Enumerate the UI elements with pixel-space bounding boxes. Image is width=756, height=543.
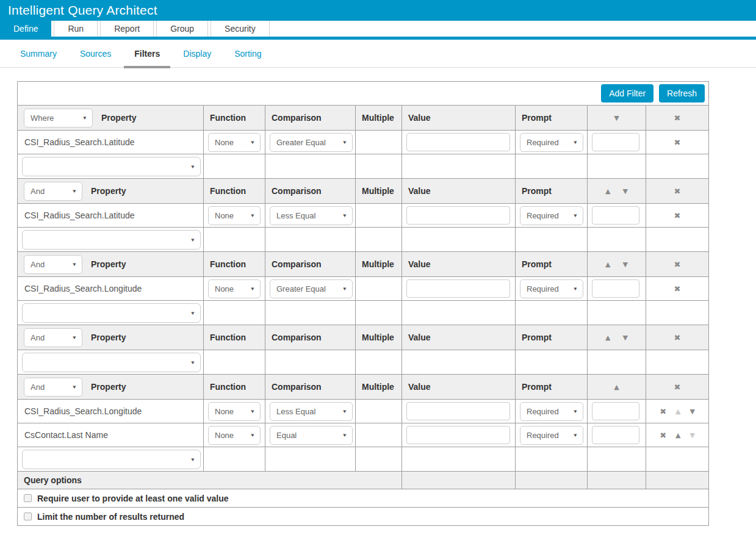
prompt-value-input[interactable] — [592, 206, 639, 225]
move-up-icon[interactable]: ▲ — [605, 188, 610, 195]
remove-icon[interactable]: ✖ — [674, 285, 681, 293]
move-down-icon[interactable]: ▼ — [614, 115, 619, 121]
prompt-select[interactable]: Required — [520, 426, 583, 445]
move-up-icon[interactable]: ▲ — [605, 334, 610, 341]
subnav-item-sorting[interactable]: Sorting — [234, 40, 261, 67]
prompt-column-label: Prompt — [516, 252, 588, 277]
connector-select[interactable]: And — [24, 378, 82, 397]
move-up-icon[interactable]: ▲ — [614, 384, 619, 390]
value-input[interactable] — [406, 426, 510, 444]
empty-value-cell — [402, 154, 516, 179]
remove-icon[interactable]: ✖ — [674, 333, 681, 342]
empty-remove-cell — [646, 301, 709, 325]
property-header-cell: And▼Property — [18, 179, 204, 204]
query-option-checkbox-0[interactable] — [24, 494, 32, 502]
remove-icon[interactable]: ✖ — [674, 260, 681, 269]
filter-group-header-row: And▼PropertyFunctionComparisonMultipleVa… — [18, 252, 709, 277]
function-select[interactable]: None — [208, 402, 261, 421]
group-move-cell: ▲▼ — [588, 179, 646, 204]
query-options-header-row: Query options — [18, 472, 709, 489]
move-down-icon[interactable]: ▼ — [690, 408, 695, 415]
property-picker-select[interactable] — [22, 157, 201, 176]
comparison-select[interactable]: Less Equal — [270, 206, 353, 225]
tab-report[interactable]: Report — [100, 21, 154, 37]
tab-define[interactable]: Define — [0, 21, 51, 37]
function-select[interactable]: None — [208, 133, 261, 152]
prompt-value-input[interactable] — [592, 279, 639, 298]
empty-multiple-cell — [356, 447, 402, 472]
property-picker-select[interactable] — [22, 230, 201, 250]
connector-select[interactable]: Where — [24, 109, 93, 128]
move-down-icon[interactable]: ▼ — [623, 261, 628, 268]
function-cell: None▼ — [204, 131, 265, 154]
move-down-icon[interactable]: ▼ — [623, 334, 628, 341]
comparison-column-label: Comparison — [265, 179, 356, 204]
prompt-select[interactable]: Required — [520, 402, 583, 421]
value-input[interactable] — [406, 206, 510, 225]
property-header-cell: Where▼Property — [18, 106, 204, 131]
tab-security[interactable]: Security — [211, 21, 270, 37]
group-remove-cell: ✖ — [646, 252, 709, 277]
group-move-cell: ▼ — [588, 106, 646, 131]
function-select[interactable]: None — [208, 426, 261, 445]
remove-icon[interactable]: ✖ — [660, 408, 666, 415]
comparison-select[interactable]: Greater Equal — [270, 279, 353, 298]
property-picker-select[interactable] — [22, 303, 201, 323]
subnav-item-display[interactable]: Display — [183, 40, 211, 67]
property-picker-row: ▼ — [18, 154, 709, 179]
prompt-value-input[interactable] — [592, 133, 639, 151]
multiple-cell — [356, 131, 402, 154]
prompt-value-input[interactable] — [592, 426, 639, 444]
connector-select[interactable]: And — [24, 255, 82, 274]
prompt-select[interactable]: Required — [520, 133, 583, 152]
move-up-icon[interactable]: ▲ — [605, 261, 610, 268]
remove-icon[interactable]: ✖ — [674, 383, 681, 392]
query-option-row: Require user to provide at least one val… — [18, 489, 709, 508]
options-header-move-cell — [588, 472, 646, 489]
subnav-item-summary[interactable]: Summary — [20, 40, 57, 67]
filter-row: CSI_Radius_Search.LatitudeNone▼Greater E… — [18, 131, 709, 154]
subnav-item-filters[interactable]: Filters — [134, 40, 160, 67]
property-column-label: Property — [91, 259, 126, 269]
function-column-label: Function — [204, 375, 265, 400]
value-input[interactable] — [406, 133, 510, 151]
refresh-button[interactable]: Refresh — [659, 84, 705, 102]
function-select[interactable]: None — [208, 206, 261, 225]
subnav-item-sources[interactable]: Sources — [80, 40, 111, 67]
comparison-select[interactable]: Equal — [270, 426, 353, 445]
remove-icon[interactable]: ✖ — [674, 138, 681, 146]
comparison-select[interactable]: Less Equal — [270, 402, 353, 421]
prompt-value-input[interactable] — [592, 402, 639, 420]
add-filter-button[interactable]: Add Filter — [601, 84, 653, 102]
empty-prompt-cell — [516, 154, 588, 179]
property-picker-select[interactable] — [22, 353, 201, 372]
tab-run[interactable]: Run — [54, 21, 98, 37]
filter-property-cell: CSI_Radius_Search.Latitude — [18, 131, 204, 154]
remove-icon[interactable]: ✖ — [674, 212, 681, 220]
function-select[interactable]: None — [208, 279, 261, 298]
empty-move-cell — [588, 350, 646, 375]
value-input[interactable] — [406, 279, 510, 298]
remove-icon[interactable]: ✖ — [674, 113, 681, 123]
comparison-column-label: Comparison — [265, 252, 356, 277]
prompt-select[interactable]: Required — [520, 206, 583, 225]
empty-move-cell — [588, 301, 646, 325]
prompt-cell: Required▼ — [516, 423, 588, 447]
prompt-select[interactable]: Required — [520, 279, 583, 298]
connector-select[interactable]: And — [24, 182, 82, 201]
toolbar-cell: Add Filter Refresh — [18, 82, 709, 106]
connector-select[interactable]: And — [24, 328, 82, 347]
move-up-icon: ▲ — [675, 408, 680, 415]
query-option-checkbox-1[interactable] — [24, 512, 32, 520]
empty-move-cell — [588, 154, 646, 179]
value-input[interactable] — [406, 402, 510, 420]
prompt-column-label: Prompt — [516, 106, 588, 131]
tab-group[interactable]: Group — [156, 21, 208, 37]
move-down-icon[interactable]: ▼ — [623, 188, 628, 195]
remove-icon[interactable]: ✖ — [674, 187, 681, 196]
remove-icon[interactable]: ✖ — [660, 431, 666, 439]
comparison-select[interactable]: Greater Equal — [270, 133, 353, 152]
property-picker-select[interactable] — [22, 450, 201, 469]
move-up-icon[interactable]: ▲ — [675, 432, 680, 439]
empty-function-cell — [204, 154, 265, 179]
